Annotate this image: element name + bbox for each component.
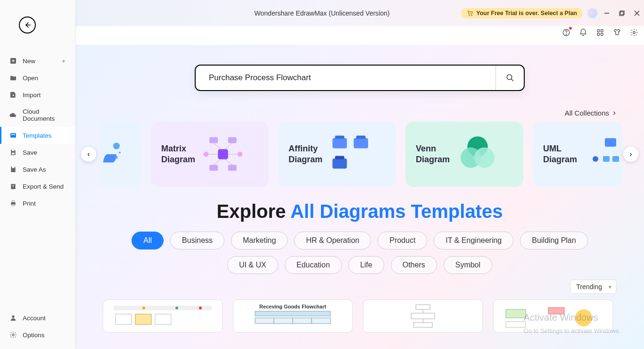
card-title: UML Diagram xyxy=(543,143,577,166)
template-preview xyxy=(241,309,345,325)
main-content: All Collections ‹ › Matrix Diagram xyxy=(75,45,644,349)
svg-rect-17 xyxy=(14,134,15,135)
trial-banner[interactable]: Your Free Trial is over. Select a Plan xyxy=(461,8,583,18)
template-card[interactable]: Receving Goods Flowchart xyxy=(233,299,353,332)
svg-point-25 xyxy=(12,316,14,318)
svg-rect-66 xyxy=(255,318,274,324)
svg-rect-65 xyxy=(255,311,330,316)
pill-marketing[interactable]: Marketing xyxy=(231,232,288,249)
svg-rect-46 xyxy=(335,135,345,139)
pill-others[interactable]: Others xyxy=(391,256,437,274)
plus-icon[interactable]: + xyxy=(62,58,66,65)
svg-line-40 xyxy=(225,143,232,150)
gear-icon xyxy=(9,331,17,339)
pill-life[interactable]: Life xyxy=(348,256,384,274)
avatar[interactable] xyxy=(587,8,598,18)
svg-rect-16 xyxy=(11,134,13,135)
carousel-prev-button[interactable]: ‹ xyxy=(81,147,96,162)
search-button[interactable] xyxy=(495,66,524,90)
collection-card-affinity[interactable]: Affinity Diagram xyxy=(278,122,396,187)
svg-point-26 xyxy=(12,334,14,336)
pill-business[interactable]: Business xyxy=(170,232,224,249)
svg-rect-48 xyxy=(356,135,366,139)
svg-rect-9 xyxy=(597,30,600,32)
pill-all[interactable]: All xyxy=(132,232,164,249)
svg-rect-70 xyxy=(416,305,430,309)
hero-accent: All Diagrams Templates xyxy=(290,201,503,222)
svg-rect-19 xyxy=(12,153,14,155)
collection-card-fishbone[interactable] xyxy=(99,122,141,187)
svg-point-27 xyxy=(507,75,512,80)
svg-rect-71 xyxy=(411,313,435,319)
svg-rect-72 xyxy=(413,323,432,327)
collection-card-venn[interactable]: Venn Diagram xyxy=(405,122,523,187)
sidebar-item-new[interactable]: New + xyxy=(0,52,75,69)
back-button[interactable] xyxy=(19,17,36,33)
template-card[interactable] xyxy=(103,299,223,332)
pill-education[interactable]: Education xyxy=(285,256,342,274)
svg-rect-76 xyxy=(548,307,564,314)
cloud-icon xyxy=(9,111,17,119)
shirt-icon[interactable] xyxy=(613,28,621,37)
sidebar-item-cloud[interactable]: Cloud Documents xyxy=(0,103,75,127)
pill-it[interactable]: IT & Engineering xyxy=(434,232,513,249)
sidebar-item-options[interactable]: Options xyxy=(0,326,75,343)
gear-icon[interactable] xyxy=(630,28,638,37)
save-icon xyxy=(9,149,17,156)
maximize-button[interactable] xyxy=(619,10,625,17)
minimize-button[interactable] xyxy=(603,10,610,17)
help-icon[interactable] xyxy=(562,28,570,37)
svg-rect-67 xyxy=(274,318,293,324)
collection-card-matrix[interactable]: Matrix Diagram xyxy=(151,122,269,187)
sidebar-item-export[interactable]: Export & Send xyxy=(0,178,75,195)
sidebar-item-open[interactable]: Open xyxy=(0,69,75,86)
svg-rect-15 xyxy=(10,133,16,137)
pill-building[interactable]: Building Plan xyxy=(520,232,587,249)
svg-point-29 xyxy=(113,143,120,150)
export-icon xyxy=(9,183,17,190)
svg-point-35 xyxy=(238,152,243,157)
sidebar-item-label: New xyxy=(23,58,35,65)
svg-point-55 xyxy=(593,156,598,162)
sidebar: New + Open Import Cloud Documents Templa… xyxy=(0,0,75,349)
template-card[interactable] xyxy=(363,299,483,332)
svg-line-44 xyxy=(225,159,232,165)
svg-rect-50 xyxy=(335,156,345,159)
sidebar-item-label: Cloud Documents xyxy=(23,108,66,122)
svg-rect-45 xyxy=(332,138,347,149)
sidebar-item-label: Export & Send xyxy=(23,183,64,190)
pill-uiux[interactable]: UI & UX xyxy=(227,256,278,274)
all-collections-label: All Collections xyxy=(565,109,609,117)
svg-rect-11 xyxy=(597,33,600,36)
collection-card-uml[interactable]: UML Diagram xyxy=(533,122,622,187)
sidebar-item-saveas[interactable]: Save As xyxy=(0,161,75,178)
pill-product[interactable]: Product xyxy=(378,232,427,249)
search-input[interactable] xyxy=(196,73,495,83)
pill-hr[interactable]: HR & Operation xyxy=(294,232,371,249)
template-card[interactable] xyxy=(493,299,613,332)
svg-rect-54 xyxy=(605,138,616,147)
svg-rect-47 xyxy=(354,138,368,149)
card-title: Affinity Diagram xyxy=(289,143,322,166)
svg-point-34 xyxy=(204,152,209,157)
sidebar-item-templates[interactable]: Templates xyxy=(0,127,75,144)
close-button[interactable] xyxy=(634,10,640,17)
category-pills: All Business Marketing HR & Operation Pr… xyxy=(75,232,644,274)
carousel-next-button[interactable]: › xyxy=(623,147,638,162)
svg-rect-58 xyxy=(114,306,212,310)
sidebar-item-save[interactable]: Save xyxy=(0,144,75,161)
pill-symbol[interactable]: Symbol xyxy=(444,256,492,274)
bell-icon[interactable] xyxy=(579,28,587,37)
svg-point-8 xyxy=(566,34,566,34)
apps-icon[interactable] xyxy=(596,28,604,37)
sidebar-item-account[interactable]: Account xyxy=(0,309,75,326)
sidebar-item-import[interactable]: Import xyxy=(0,86,75,103)
sidebar-item-label: Import xyxy=(23,91,41,99)
sidebar-item-print[interactable]: Print xyxy=(0,195,75,212)
chevron-right-icon xyxy=(612,111,617,116)
all-collections-link[interactable]: All Collections xyxy=(75,109,617,117)
sort-dropdown[interactable]: Trending xyxy=(570,280,617,294)
trial-text: Your Free Trial is over. Select a Plan xyxy=(476,10,577,17)
svg-rect-10 xyxy=(601,30,603,32)
svg-rect-63 xyxy=(135,314,151,324)
